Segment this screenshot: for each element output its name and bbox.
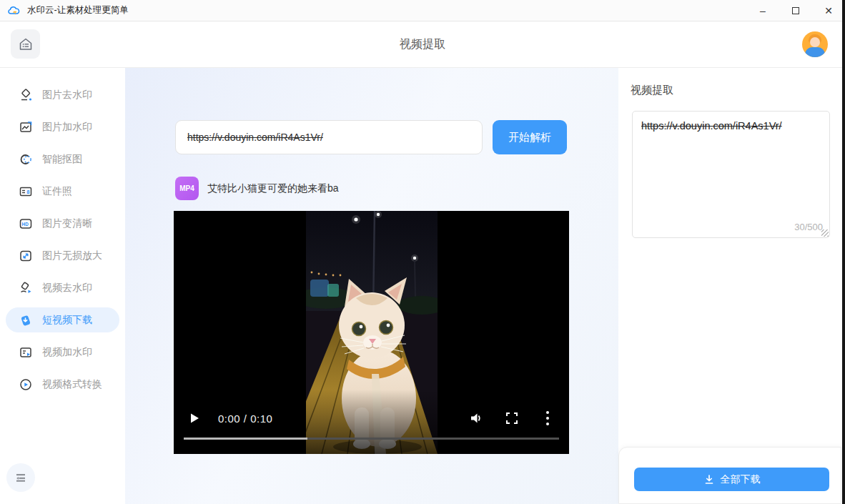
sidebar-item-image-watermark-remove[interactable]: 图片去水印 — [6, 82, 119, 107]
minimize-button[interactable]: – — [746, 0, 779, 21]
sidebar-item-image-watermark-add[interactable]: 图片加水印 — [6, 114, 119, 139]
player-menu-button[interactable] — [539, 410, 556, 427]
image-watermark-remove-icon — [19, 88, 33, 102]
video-watermark-remove-icon — [19, 281, 33, 295]
sidebar-item-label: 图片去水印 — [42, 89, 92, 102]
sidebar-item-label: 智能抠图 — [42, 153, 82, 166]
parse-button[interactable]: 开始解析 — [493, 120, 567, 154]
time-display: 0:00 / 0:10 — [218, 412, 272, 425]
sidebar-item-video-watermark-remove[interactable]: 视频去水印 — [6, 275, 119, 300]
short-video-download-icon — [19, 313, 33, 327]
maximize-icon — [792, 7, 799, 14]
download-icon — [703, 474, 715, 485]
maximize-button[interactable] — [779, 0, 812, 21]
title-bar: 水印云-让素材处理更简单 – ✕ — [0, 0, 845, 21]
collapse-menu-icon — [14, 470, 28, 485]
extracted-url-textarea[interactable]: https://v.douyin.com/iR4As1Vr/ — [632, 111, 830, 238]
char-count: 30/500 — [794, 222, 823, 232]
main-content: 开始解析 MP4 艾特比小猫更可爱的她来看ba — [125, 68, 618, 504]
download-all-button[interactable]: 全部下载 — [634, 468, 829, 491]
mp4-badge: MP4 — [175, 177, 199, 200]
image-enhance-hd-icon: HD — [19, 217, 33, 231]
sidebar-item-video-format-convert[interactable]: 视频格式转换 — [6, 372, 119, 397]
progress-loaded — [184, 438, 307, 440]
volume-button[interactable] — [468, 410, 485, 427]
video-title: 艾特比小猫更可爱的她来看ba — [207, 182, 339, 195]
video-format-convert-icon — [19, 377, 33, 392]
video-url-input[interactable] — [175, 120, 483, 154]
window-title: 水印云-让素材处理更简单 — [27, 4, 129, 16]
textarea-resize-grip[interactable] — [821, 229, 829, 237]
sidebar-item-label: 视频格式转换 — [42, 378, 102, 391]
fullscreen-button[interactable] — [503, 410, 520, 427]
play-icon — [189, 412, 200, 424]
play-button[interactable] — [187, 410, 202, 426]
sidebar-item-image-enhance[interactable]: HD 图片变清晰 — [6, 211, 119, 236]
header: 视频提取 — [0, 21, 845, 68]
sidebar-item-image-enlarge[interactable]: 图片无损放大 — [6, 243, 119, 268]
image-watermark-add-icon — [19, 120, 33, 134]
more-options-icon — [546, 410, 549, 427]
smart-cutout-icon — [19, 152, 33, 167]
video-watermark-add-icon — [19, 345, 33, 360]
player-controls: 0:00 / 0:10 — [174, 404, 569, 433]
sidebar-item-label: 证件照 — [42, 185, 72, 198]
window-right-edge — [842, 0, 845, 504]
sidebar-item-smart-cutout[interactable]: 智能抠图 — [6, 147, 119, 172]
sidebar-item-label: 图片无损放大 — [42, 249, 102, 262]
sidebar-item-label: 短视频下载 — [42, 314, 92, 327]
avatar-face — [810, 37, 820, 47]
sidebar-item-label: 视频加水印 — [42, 346, 92, 359]
app-window: 水印云-让素材处理更简单 – ✕ 视频提取 — [0, 0, 845, 504]
fullscreen-icon — [505, 412, 518, 425]
right-panel-title: 视频提取 — [631, 84, 673, 97]
video-player[interactable]: 0:00 / 0:10 — [174, 211, 569, 454]
close-button[interactable]: ✕ — [812, 0, 845, 21]
parse-result-row: MP4 艾特比小猫更可爱的她来看ba — [175, 177, 339, 200]
right-panel: 视频提取 https://v.douyin.com/iR4As1Vr/ 30/5… — [618, 68, 845, 504]
page-title: 视频提取 — [0, 21, 845, 68]
svg-text:8: 8 — [26, 189, 29, 195]
svg-text:HD: HD — [22, 222, 29, 227]
download-card: 全部下载 — [618, 447, 841, 504]
sidebar-item-short-video-download[interactable]: 短视频下载 — [6, 307, 119, 332]
sidebar-item-id-photo[interactable]: 8 证件照 — [6, 179, 119, 204]
id-photo-icon: 8 — [19, 184, 33, 199]
sidebar: 图片去水印 图片加水印 智能抠图 — [0, 68, 125, 504]
progress-bar[interactable] — [184, 438, 559, 440]
sidebar-item-video-watermark-add[interactable]: 视频加水印 — [6, 340, 119, 365]
volume-icon — [469, 411, 483, 425]
image-enlarge-icon — [19, 249, 33, 263]
download-all-label: 全部下载 — [721, 473, 761, 486]
sidebar-item-label: 图片变清晰 — [42, 217, 92, 230]
collapse-sidebar-button[interactable] — [6, 463, 35, 492]
sidebar-item-label: 图片加水印 — [42, 121, 92, 134]
app-logo-cloud-icon — [7, 5, 21, 16]
user-avatar[interactable] — [802, 31, 828, 57]
sidebar-item-label: 视频去水印 — [42, 282, 92, 295]
